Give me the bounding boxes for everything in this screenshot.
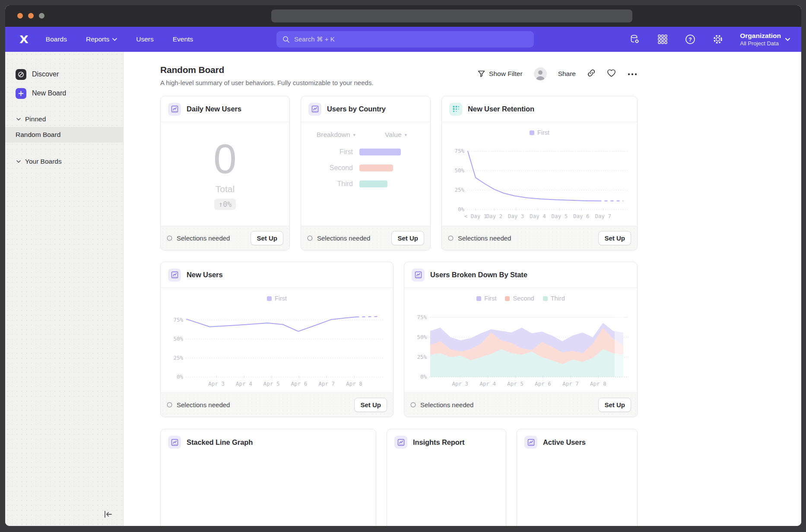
search-input[interactable]: Search ⌘ + K [276, 31, 534, 48]
svg-text:Apr 6: Apr 6 [291, 380, 308, 387]
collapse-sidebar-button[interactable] [103, 510, 113, 520]
filter-icon [478, 70, 485, 77]
status-text: Selections needed [458, 234, 511, 242]
metric-value: 0 [213, 138, 236, 180]
caret-down-icon: ▾ [353, 132, 356, 138]
section-label: Pinned [25, 115, 46, 123]
nav-right: ? Organization All Project Data [629, 32, 790, 47]
card-stacked-line-graph: Stacked Line Graph [160, 429, 376, 526]
country-row-bar [359, 180, 387, 187]
sidebar-section-your-boards[interactable]: Your Boards [5, 154, 123, 169]
copy-link-button[interactable] [587, 69, 596, 79]
browser-window: X Boards Reports Users Events Search ⌘ +… [5, 5, 801, 526]
section-label: Your Boards [25, 158, 62, 165]
status-circle-icon [307, 235, 313, 241]
sidebar-section-pinned[interactable]: Pinned [5, 111, 123, 127]
breakdown-dropdown[interactable]: Breakdown▾ [317, 131, 355, 139]
nav-item-reports[interactable]: Reports [86, 35, 117, 43]
svg-text:0%: 0% [458, 206, 465, 212]
svg-text:Apr 3: Apr 3 [452, 380, 468, 387]
svg-text:Apr 3: Apr 3 [208, 380, 225, 387]
nav-items: Boards Reports Users Events [46, 35, 193, 43]
value-dropdown[interactable]: Value▾ [385, 131, 407, 139]
card-title: Stacked Line Graph [187, 438, 253, 446]
legend-label: Third [551, 295, 565, 302]
share-button[interactable]: Share [558, 70, 576, 78]
new-users-line-chart: 75%50%25%0%Apr 3Apr 4Apr 5Apr 6Apr 7Apr … [168, 303, 386, 389]
address-bar[interactable] [271, 10, 632, 22]
svg-text:25%: 25% [173, 355, 183, 361]
svg-text:Day 5: Day 5 [552, 213, 568, 219]
chevron-down-icon [16, 118, 21, 120]
line-chart-icon [412, 269, 425, 282]
chevron-down-icon [112, 38, 117, 41]
card-title: New Users [187, 271, 222, 279]
minimize-window-button[interactable] [28, 13, 34, 19]
help-button[interactable]: ? [685, 34, 696, 45]
nav-item-label: Events [173, 35, 193, 43]
svg-text:Day 7: Day 7 [595, 213, 611, 219]
svg-text:Apr 4: Apr 4 [479, 380, 496, 387]
sidebar-item-random-board[interactable]: Random Board [5, 127, 123, 142]
card-title: New User Retention [468, 105, 534, 113]
country-row-bar [359, 165, 393, 171]
nav-item-users[interactable]: Users [136, 35, 153, 43]
set-up-button[interactable]: Set Up [598, 231, 631, 245]
legend-swatch [476, 296, 481, 301]
set-up-button[interactable]: Set Up [598, 398, 631, 412]
sidebar: Discover New Board Pinned Random Board Y… [5, 52, 124, 526]
legend-swatch [543, 296, 548, 301]
set-up-button[interactable]: Set Up [391, 231, 424, 245]
status-circle-icon [167, 402, 172, 408]
legend-label: Second [513, 295, 534, 302]
svg-text:75%: 75% [417, 314, 427, 320]
settings-button[interactable] [712, 34, 723, 45]
card-new-users: New Users First 75%50%25%0%Apr 3Apr 4Apr… [160, 262, 393, 417]
favorite-button[interactable] [607, 69, 616, 79]
chevron-down-icon [16, 160, 21, 163]
sidebar-item-label: Random Board [16, 131, 60, 139]
line-chart-icon [168, 269, 181, 282]
close-window-button[interactable] [17, 13, 23, 19]
country-row-label: First [301, 148, 353, 156]
caret-down-icon: ▾ [405, 132, 407, 138]
more-options-button[interactable] [627, 70, 638, 78]
page-subtitle: A high-level summary of user behaviors. … [160, 79, 374, 86]
legend-item-first: First [530, 129, 549, 136]
status-text: Selections needed [317, 234, 370, 242]
apps-grid-button[interactable] [657, 34, 668, 45]
legend-label: First [275, 295, 287, 302]
avatar[interactable] [534, 67, 547, 80]
line-chart-icon [394, 436, 407, 449]
country-row: First [301, 148, 430, 156]
gear-icon [712, 34, 723, 45]
svg-text:Day 4: Day 4 [530, 213, 546, 219]
svg-text:75%: 75% [454, 148, 464, 154]
show-filter-button[interactable]: Show Filter [478, 70, 523, 78]
svg-text:50%: 50% [454, 167, 464, 174]
mixpanel-logo-icon[interactable]: X [19, 33, 28, 46]
chart-legend: First [168, 294, 386, 303]
card-title: Active Users [543, 438, 586, 446]
status-circle-icon [448, 235, 454, 241]
data-management-button[interactable] [629, 34, 641, 45]
card-daily-new-users: Daily New Users 0 Total ↑0% [160, 96, 290, 250]
plus-icon [16, 88, 26, 99]
svg-text:< Day 1: < Day 1 [464, 213, 487, 219]
nav-item-label: Boards [46, 35, 67, 43]
zoom-window-button[interactable] [39, 13, 44, 19]
status-circle-icon [167, 235, 172, 241]
set-up-button[interactable]: Set Up [354, 398, 387, 412]
line-chart-icon [168, 436, 181, 449]
sidebar-item-new-board[interactable]: New Board [5, 84, 123, 103]
card-title: Users Broken Down By State [430, 271, 527, 279]
sidebar-item-discover[interactable]: Discover [5, 65, 123, 84]
nav-item-boards[interactable]: Boards [46, 35, 67, 43]
ellipsis-icon [627, 73, 638, 76]
line-chart-icon [308, 103, 321, 116]
search-icon [282, 36, 290, 43]
nav-item-events[interactable]: Events [173, 35, 193, 43]
set-up-button[interactable]: Set Up [251, 231, 283, 245]
org-switcher[interactable]: Organization All Project Data [740, 32, 790, 47]
legend-item-second: Second [505, 295, 534, 302]
